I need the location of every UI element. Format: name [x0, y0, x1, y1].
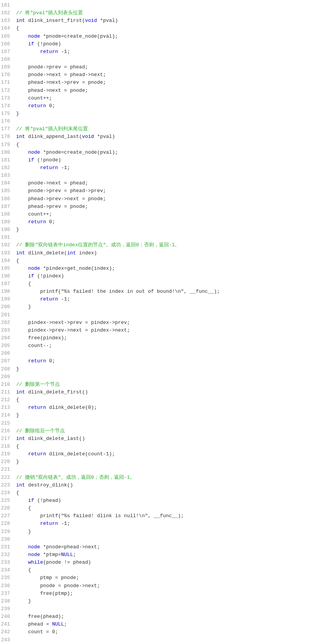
line-number: 188	[0, 211, 16, 218]
code-line: 217int dlink_delete_last()	[0, 435, 334, 443]
line-content: }	[16, 528, 331, 536]
line-content: {	[16, 141, 331, 149]
line-number: 197	[0, 280, 16, 288]
code-line: 199 return -1;	[0, 295, 334, 303]
line-content: pnode->next = phead->next;	[16, 71, 331, 79]
line-content: free(pindex);	[16, 334, 331, 342]
code-line: 193int dlink_delete(int index)	[0, 249, 334, 257]
line-number: 212	[0, 396, 16, 404]
code-line: 190}	[0, 226, 334, 234]
code-line: 243	[0, 636, 334, 644]
line-content: count++;	[16, 95, 331, 102]
line-content: pnode->next = phead;	[16, 179, 331, 187]
line-content: count--;	[16, 342, 331, 350]
line-content: {	[16, 25, 331, 32]
code-line: 177// 将"pval"插入到列末尾位置	[0, 125, 334, 133]
line-number: 191	[0, 234, 16, 241]
line-content: pnode->prev = phead->prev;	[16, 187, 331, 195]
line-number: 216	[0, 427, 16, 435]
line-number: 186	[0, 195, 16, 203]
line-number: 213	[0, 404, 16, 412]
code-line: 169 pnode->prev = phead;	[0, 63, 334, 71]
line-content: count = 0;	[16, 628, 331, 636]
code-line: 171 phead->next->prev = pnode;	[0, 79, 334, 86]
line-content: return -1;	[16, 48, 331, 56]
line-number: 171	[0, 79, 16, 86]
line-content: {	[16, 505, 331, 512]
line-number: 202	[0, 319, 16, 327]
line-number: 206	[0, 350, 16, 357]
line-number: 229	[0, 528, 16, 536]
line-number: 167	[0, 48, 16, 56]
code-line: 203 pindex->prev->next = pindex->next;	[0, 327, 334, 334]
code-line: 165 node *pnode=create_node(pval);	[0, 33, 334, 40]
line-content: int dlink_append_last(void *pval)	[16, 133, 331, 141]
code-line: 174 return 0;	[0, 102, 334, 110]
code-line: 168	[0, 56, 334, 63]
line-number: 189	[0, 218, 16, 226]
line-number: 239	[0, 605, 16, 613]
line-content: }	[16, 110, 331, 118]
line-content: pindex->next->prev = pindex->prev;	[16, 319, 331, 327]
line-number: 221	[0, 466, 16, 473]
line-number: 190	[0, 226, 16, 234]
code-line: 226 {	[0, 505, 334, 512]
code-line: 218{	[0, 443, 334, 450]
line-content: node *ptmp=NULL;	[16, 551, 331, 559]
line-number: 208	[0, 365, 16, 373]
line-content: free(ptmp);	[16, 590, 331, 598]
code-line: 237 free(ptmp);	[0, 590, 334, 598]
line-number: 217	[0, 435, 16, 443]
code-line: 234 {	[0, 566, 334, 574]
code-line: 210// 删除第一个节点	[0, 381, 334, 388]
line-number: 163	[0, 17, 16, 25]
code-line: 201	[0, 311, 334, 319]
line-content: int dlink_delete_first()	[16, 388, 331, 396]
code-line: 200 }	[0, 303, 334, 311]
line-content: {	[16, 257, 331, 265]
line-number: 193	[0, 249, 16, 257]
code-line: 205 count--;	[0, 342, 334, 350]
code-line: 195 node *pindex=get_node(index);	[0, 265, 334, 272]
code-line: 194{	[0, 257, 334, 265]
line-number: 200	[0, 303, 16, 311]
line-content: {	[16, 566, 331, 574]
line-number: 169	[0, 63, 16, 71]
line-content: // 删除第一个节点	[16, 381, 331, 388]
code-line: 181 if (!pnode)	[0, 156, 334, 164]
line-number: 226	[0, 505, 16, 512]
line-number: 237	[0, 590, 16, 598]
line-content: while(pnode != phead)	[16, 559, 331, 566]
code-line: 209	[0, 373, 334, 381]
line-content: int dlink_delete(int index)	[16, 249, 331, 257]
line-number: 173	[0, 95, 16, 102]
line-number: 224	[0, 489, 16, 497]
line-number: 236	[0, 582, 16, 590]
code-line: 238 }	[0, 598, 334, 605]
code-line: 230	[0, 536, 334, 543]
line-content: return dlink_delete(count-1);	[16, 450, 331, 458]
line-content: return dlink_delete(0);	[16, 404, 331, 412]
line-number: 166	[0, 40, 16, 48]
code-line: 235 ptmp = pnode;	[0, 574, 334, 582]
code-line: 184 pnode->next = phead;	[0, 179, 334, 187]
line-number: 241	[0, 621, 16, 628]
line-number: 207	[0, 357, 16, 365]
line-content: return 0;	[16, 102, 331, 110]
line-number: 227	[0, 512, 16, 520]
code-line: 213 return dlink_delete(0);	[0, 404, 334, 412]
line-number: 230	[0, 536, 16, 543]
line-number: 233	[0, 559, 16, 566]
code-line: 225 if (!phead)	[0, 497, 334, 505]
line-content: if (!pnode)	[16, 156, 331, 164]
line-content: {	[16, 280, 331, 288]
code-line: 170 pnode->next = phead->next;	[0, 71, 334, 79]
line-number: 228	[0, 520, 16, 528]
code-line: 167 return -1;	[0, 48, 334, 56]
line-content: return 0;	[16, 218, 331, 226]
line-number: 205	[0, 342, 16, 350]
code-line: 224{	[0, 489, 334, 497]
code-line: 241 phead = NULL;	[0, 621, 334, 628]
line-number: 218	[0, 443, 16, 450]
code-line: 207 return 0;	[0, 357, 334, 365]
